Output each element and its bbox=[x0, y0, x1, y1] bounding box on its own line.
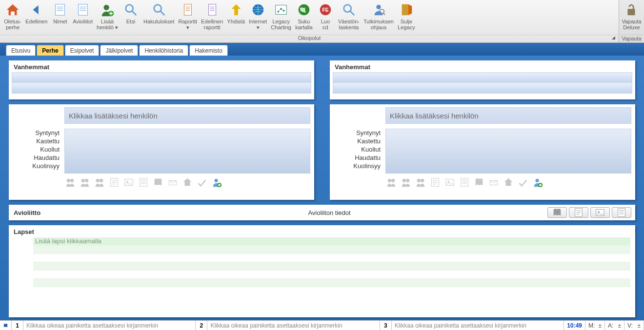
parents-icon-button[interactable] bbox=[400, 176, 412, 188]
bookmark-slot-2[interactable]: 2 bbox=[196, 321, 207, 330]
todo-icon-button[interactable] bbox=[196, 176, 208, 188]
field-label-kuolinsyy: Kuolinsyy bbox=[334, 162, 381, 170]
ribbon-census-button[interactable]: Väestön-laskenta bbox=[336, 1, 362, 31]
ribbon-name-list-button[interactable]: Nimet bbox=[49, 1, 71, 25]
parent-mother-slot[interactable] bbox=[333, 83, 632, 93]
parent-father-slot[interactable] bbox=[12, 73, 311, 83]
address-icon-button[interactable] bbox=[488, 176, 500, 188]
locations-icon-button[interactable] bbox=[503, 176, 514, 188]
tab-hakemisto[interactable]: Hakemisto bbox=[189, 45, 228, 56]
bookmark-icon[interactable] bbox=[0, 321, 12, 330]
svg-point-33 bbox=[81, 179, 85, 182]
marriage-notes-icon-button[interactable] bbox=[569, 207, 588, 218]
tab-esipolvet[interactable]: Esipolvet bbox=[65, 45, 100, 56]
ribbon-add-person-button[interactable]: Lisäähenkilö ▾ bbox=[95, 1, 120, 31]
marriage-pictures-icon-button[interactable] bbox=[590, 207, 610, 218]
bookmark-tip[interactable]: Klikkaa oikeaa painiketta asettaaksesi k… bbox=[207, 321, 380, 330]
pictures-icon-button[interactable] bbox=[123, 176, 135, 188]
events-icon-button[interactable] bbox=[459, 176, 470, 188]
ribbon-side-group: VapautaDeluxe Vapauta bbox=[619, 0, 644, 42]
ribbon-item-label: Avioliitot bbox=[73, 19, 93, 24]
parents-icon-button[interactable] bbox=[79, 176, 91, 188]
notes-icon-button[interactable] bbox=[108, 176, 120, 188]
ribbon-home-button[interactable]: Oletus-perhe bbox=[2, 1, 23, 31]
ribbon-marriage-list-button[interactable]: Avioliitot bbox=[71, 1, 95, 25]
ribbon-reports-button[interactable]: Raportit▾ bbox=[177, 1, 200, 31]
locations-icon-button[interactable] bbox=[181, 176, 193, 188]
bookmark-tip[interactable]: Klikkaa oikeaa painiketta asettaaksesi k… bbox=[23, 321, 196, 330]
ribbon-expand-icon[interactable]: ◢ bbox=[610, 35, 617, 42]
sources-icon-button[interactable] bbox=[473, 176, 485, 188]
spouses-icon-button[interactable] bbox=[94, 176, 105, 188]
status-v[interactable]: V:± bbox=[624, 321, 644, 330]
ribbon-globe-button[interactable]: Internet▾ bbox=[247, 1, 269, 31]
parents-body-left[interactable] bbox=[12, 72, 311, 94]
events-icon-button[interactable] bbox=[138, 176, 149, 188]
ribbon-map-button[interactable]: Sukukartalla bbox=[293, 1, 315, 31]
svg-rect-60 bbox=[618, 209, 625, 217]
svg-point-32 bbox=[70, 179, 74, 182]
search-icon bbox=[123, 2, 139, 18]
child-row[interactable] bbox=[33, 262, 630, 271]
person-field-values-right[interactable] bbox=[385, 129, 631, 174]
siblings-icon-button[interactable] bbox=[385, 176, 397, 188]
marriage-sources-icon-button[interactable] bbox=[547, 207, 567, 218]
merge-icon bbox=[228, 2, 244, 18]
child-row[interactable] bbox=[33, 279, 630, 287]
tab-jälkipolvet[interactable]: Jälkipolvet bbox=[100, 45, 138, 56]
tab-henkilöhistoria[interactable]: Henkilöhistoria bbox=[139, 45, 188, 56]
ribbon: Oletus-perheEdellinenNimetAvioliitotLisä… bbox=[0, 0, 644, 43]
child-row[interactable] bbox=[33, 254, 630, 262]
globe-icon bbox=[250, 2, 266, 18]
svg-point-45 bbox=[391, 179, 395, 182]
sources-icon-button[interactable] bbox=[152, 176, 164, 188]
parents-panel-left[interactable]: Vanhemmat bbox=[9, 60, 314, 99]
field-label-kastettu: Kastettu bbox=[13, 137, 60, 145]
parent-mother-slot[interactable] bbox=[12, 83, 311, 93]
ribbon-prev-report-button[interactable]: Edellinenraportti bbox=[199, 1, 225, 31]
person-field-values-left[interactable] bbox=[64, 129, 310, 174]
siblings-icon-button[interactable] bbox=[64, 176, 76, 188]
ribbon-research-button[interactable]: Tutkimuksenohjaus bbox=[362, 1, 396, 31]
parent-father-slot[interactable] bbox=[333, 73, 632, 83]
marriage-bar: Avioliitto Avioliiton tiedot bbox=[9, 205, 635, 220]
ribbon-item-label: Väestön-laskenta bbox=[338, 19, 360, 30]
ribbon-exit-button[interactable]: SuljeLegacy bbox=[396, 1, 417, 31]
add-person-icon-button[interactable] bbox=[211, 176, 222, 188]
add-person-icon-button[interactable] bbox=[532, 176, 543, 188]
pictures-icon-button[interactable] bbox=[444, 176, 456, 188]
add-person-slot-left[interactable]: Klikkaa lisätäksesi henkilön bbox=[64, 107, 310, 124]
tab-perhe[interactable]: Perhe bbox=[37, 45, 63, 56]
ribbon-search-results-button[interactable]: Hakutulokset bbox=[141, 1, 177, 25]
marriage-events-icon-button[interactable] bbox=[612, 207, 631, 218]
todo-icon-button[interactable] bbox=[517, 176, 529, 188]
child-row[interactable] bbox=[33, 271, 630, 279]
marriage-info[interactable]: Avioliiton tiedot bbox=[111, 209, 547, 216]
ribbon-cd-button[interactable]: FELuocd bbox=[315, 1, 336, 31]
status-a[interactable]: A:± bbox=[605, 321, 624, 330]
ribbon-merge-button[interactable]: Yhdistä bbox=[225, 1, 247, 25]
notes-icon-button[interactable] bbox=[429, 176, 441, 188]
census-icon bbox=[341, 2, 357, 18]
unlock-deluxe-button[interactable]: VapautaDeluxe bbox=[622, 2, 641, 30]
person-panel-left: Klikkaa lisätäksesi henkilönSyntynytKast… bbox=[9, 104, 314, 200]
parents-body-right[interactable] bbox=[333, 72, 632, 94]
add-person-slot-right[interactable]: Klikkaa lisätäksesi henkilön bbox=[385, 107, 631, 124]
ribbon-back-arrow-button[interactable]: Edellinen bbox=[23, 1, 49, 25]
bookmark-slot-1[interactable]: 1 bbox=[12, 321, 23, 330]
svg-line-12 bbox=[132, 11, 136, 15]
ribbon-charting-button[interactable]: LegacyCharting bbox=[269, 1, 293, 31]
address-icon-button[interactable] bbox=[167, 176, 179, 188]
tab-etusivu[interactable]: Etusivu bbox=[6, 45, 36, 56]
ribbon-search-button[interactable]: Etsi bbox=[120, 1, 141, 25]
child-row[interactable] bbox=[33, 246, 630, 254]
status-m[interactable]: M:± bbox=[585, 321, 605, 330]
svg-point-13 bbox=[154, 5, 161, 12]
spouses-icon-button[interactable] bbox=[415, 176, 426, 188]
svg-line-26 bbox=[350, 11, 354, 15]
add-child-row[interactable]: Lisää lapsi klikkaamalla bbox=[33, 237, 630, 246]
bookmark-tip[interactable]: Klikkaa oikeaa painiketta asettaaksesi k… bbox=[392, 321, 564, 330]
parents-panel-right[interactable]: Vanhemmat bbox=[330, 60, 635, 99]
bookmark-slot-3[interactable]: 3 bbox=[380, 321, 392, 330]
children-panel: Lapset Lisää lapsi klikkaamalla bbox=[9, 225, 635, 317]
